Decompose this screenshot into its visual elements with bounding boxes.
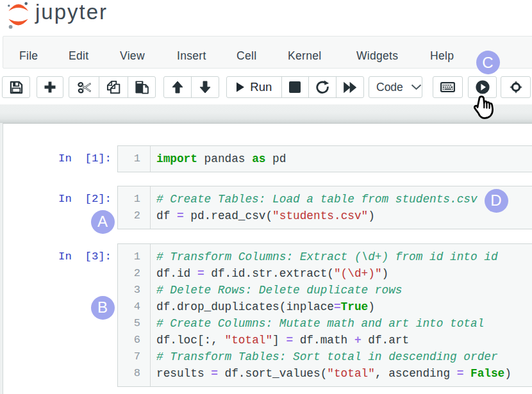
svg-text:jupyter: jupyter [35, 0, 108, 24]
